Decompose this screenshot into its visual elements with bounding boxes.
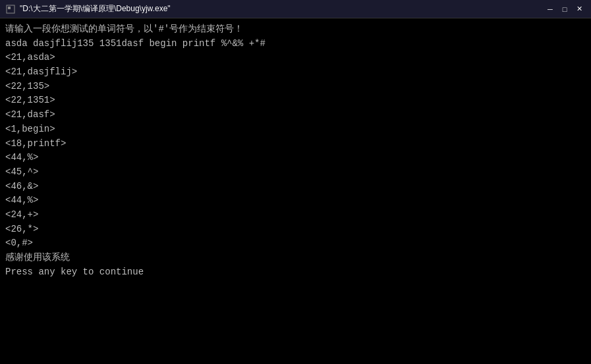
console-line: <21,dasjflij>: [5, 65, 586, 80]
console-output: 请输入一段你想测试的单词符号，以'#'号作为结束符号！asda dasjflij…: [0, 18, 591, 364]
console-line: <22,1351>: [5, 93, 586, 108]
maximize-button[interactable]: □: [558, 4, 571, 14]
console-line: <45,^>: [5, 165, 586, 180]
console-line: <22,135>: [5, 80, 586, 94]
console-line: <46,&>: [5, 180, 586, 194]
console-line: <44,%>: [5, 151, 586, 165]
console-line: <26,*>: [5, 222, 586, 237]
svg-rect-1: [8, 7, 11, 9]
window-title: "D:\大二第一学期\编译原理\Debug\yjw.exe": [20, 3, 540, 14]
close-button[interactable]: ✕: [573, 4, 586, 14]
console-line: <21,asda>: [5, 51, 586, 65]
console-line: 请输入一段你想测试的单词符号，以'#'号作为结束符号！: [5, 22, 586, 37]
console-line: 感谢使用该系统: [5, 251, 586, 265]
console-line: asda dasjflij135 1351dasf begin printf %…: [5, 37, 586, 51]
console-line: Press any key to continue: [5, 265, 586, 280]
console-line: <21,dasf>: [5, 108, 586, 122]
console-line: <44,%>: [5, 194, 586, 208]
console-line: <1,begin>: [5, 122, 586, 137]
console-line: <24,+>: [5, 208, 586, 222]
window-controls: ─ □ ✕: [544, 4, 586, 14]
app-icon: [5, 4, 16, 14]
minimize-button[interactable]: ─: [544, 4, 557, 14]
title-bar: "D:\大二第一学期\编译原理\Debug\yjw.exe" ─ □ ✕: [0, 0, 591, 18]
console-line: <0,#>: [5, 236, 586, 251]
console-line: <18,printf>: [5, 137, 586, 151]
